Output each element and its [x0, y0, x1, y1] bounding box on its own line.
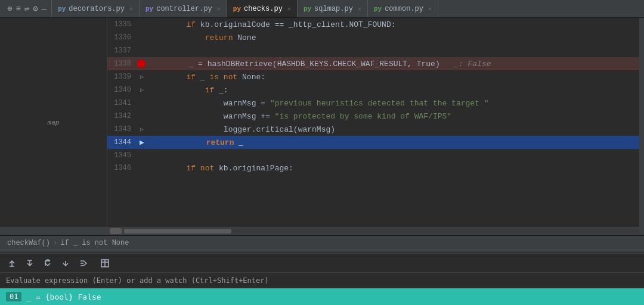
- breadcrumb-path: if _ is not None: [60, 239, 129, 247]
- code-content-1335: if kb.originalCode == _http_client.NOT_F…: [147, 20, 639, 29]
- tab-sqlmap[interactable]: py sqlmap.py ✕: [298, 0, 368, 17]
- code-content-1342: warnMsg += "is protected by some kind of…: [147, 112, 639, 121]
- line-num-1336: 1336: [107, 33, 137, 42]
- result-text: _ = {bool} False: [26, 292, 101, 301]
- minus-icon[interactable]: —: [42, 4, 47, 14]
- list-icon[interactable]: ≡: [16, 4, 20, 14]
- split-icon[interactable]: ⇌: [24, 4, 29, 14]
- code-line-1335: 1335 if kb.originalCode == _http_client.…: [107, 18, 639, 31]
- result-num: 01: [6, 292, 21, 301]
- breakpoint-1338[interactable]: [137, 60, 145, 68]
- line-num-1345: 1345: [107, 151, 137, 160]
- code-line-1344: 1344 ▶ return _: [107, 136, 639, 149]
- code-content-1346: if not kb.originalPage:: [147, 164, 639, 173]
- debug-panel: Evaluate expression (Enter) or add a wat…: [0, 253, 644, 305]
- code-line-1337: 1337: [107, 44, 639, 57]
- code-lines[interactable]: 1335 if kb.originalCode == _http_client.…: [107, 18, 639, 227]
- tab-icon-controller: py: [145, 5, 153, 13]
- code-content-1340: if _:: [147, 86, 639, 95]
- settings-icon[interactable]: ⚙: [33, 4, 38, 14]
- code-content-1336: return None: [147, 33, 639, 42]
- code-container: map 1335 if kb.originalCode == _http_cli…: [0, 18, 644, 227]
- code-line-1342: 1342 warnMsg += "is protected by some ki…: [107, 110, 639, 123]
- fold-1343[interactable]: ▷: [137, 125, 147, 134]
- code-content-1344: return _: [148, 138, 639, 147]
- tab-checks[interactable]: py checks.py ✕: [227, 0, 298, 17]
- debug-toolbar: [0, 254, 644, 273]
- code-content-1339: if _ is not None:: [147, 73, 639, 82]
- debug-evaluate-hint[interactable]: Evaluate expression (Enter) or add a wat…: [0, 273, 644, 288]
- code-line-1346: 1346 if not kb.originalPage:: [107, 162, 639, 174]
- code-line-1339: 1339 ▷ if _ is not None:: [107, 70, 639, 83]
- globe-icon[interactable]: ⊕: [7, 4, 12, 14]
- sidebar-label: map: [48, 119, 60, 126]
- code-line-1343: 1343 ▷ logger.critical(warnMsg): [107, 123, 639, 136]
- debug-result-row[interactable]: 01 _ = {bool} False: [0, 288, 644, 305]
- arrow-1344: ▶: [137, 138, 147, 147]
- tab-label-checks: checks.py: [244, 5, 283, 13]
- tab-close-decorators[interactable]: ✕: [129, 5, 133, 13]
- code-content-1338: _ = hashDBRetrieve(HASHDB_KEYS.CHECK_WAF…: [149, 60, 639, 69]
- tab-icon-common: py: [374, 5, 382, 13]
- tab-label-decorators: decorators.py: [69, 5, 125, 13]
- left-sidebar: map: [0, 18, 107, 227]
- debug-btn-step-into[interactable]: [23, 256, 37, 270]
- fold-1340[interactable]: ▷: [137, 85, 147, 95]
- tab-close-sqlmap[interactable]: ✕: [358, 5, 361, 13]
- app-container: ⊕ ≡ ⇌ ⚙ — py decorators.py ✕ py controll…: [0, 0, 644, 305]
- breadcrumb-func: checkWaf(): [7, 239, 50, 247]
- line-num-1339: 1339: [107, 73, 137, 81]
- tab-close-controller[interactable]: ✕: [217, 5, 221, 13]
- line-num-1338: 1338: [107, 60, 137, 68]
- fold-1339[interactable]: ▷: [137, 72, 147, 82]
- debug-btn-return[interactable]: [58, 256, 73, 270]
- editor-area: map 1335 if kb.originalCode == _http_cli…: [0, 18, 644, 250]
- tab-icon-sqlmap: py: [304, 5, 311, 13]
- code-content-1341: warnMsg = "previous heuristics detected …: [147, 99, 639, 108]
- h-scrollbar-thumb[interactable]: [110, 228, 122, 234]
- tab-controller[interactable]: py controller.py ✕: [140, 0, 227, 17]
- debug-btn-up[interactable]: [5, 256, 19, 270]
- tab-close-common[interactable]: ✕: [428, 5, 432, 13]
- tab-icon-checks: py: [233, 5, 241, 13]
- tab-label-controller: controller.py: [156, 5, 212, 13]
- horizontal-scrollbar[interactable]: [124, 229, 639, 234]
- tab-icon-decorators: py: [58, 5, 66, 13]
- line-num-1335: 1335: [107, 20, 137, 29]
- horizontal-scrollbar-area: [0, 227, 644, 235]
- evaluate-hint-text: Evaluate expression (Enter) or add a wat…: [6, 276, 269, 285]
- tab-label-sqlmap: sqlmap.py: [314, 5, 353, 13]
- breadcrumb-sep: ›: [53, 239, 57, 247]
- code-line-1341: 1341 warnMsg = "previous heuristics dete…: [107, 97, 639, 110]
- breadcrumb-bar: checkWaf() › if _ is not None: [0, 235, 644, 250]
- tab-label-common: common.py: [385, 5, 423, 13]
- vertical-scrollbar[interactable]: [639, 18, 644, 227]
- line-num-1337: 1337: [107, 46, 137, 55]
- tab-bar: ⊕ ≡ ⇌ ⚙ — py decorators.py ✕ py controll…: [0, 0, 644, 18]
- tab-decorators[interactable]: py decorators.py ✕: [52, 0, 140, 17]
- code-line-1345: 1345: [107, 149, 639, 162]
- scrollbar-thumb-inner: [124, 229, 231, 234]
- debug-btn-table[interactable]: [98, 256, 112, 270]
- code-content-1343: logger.critical(warnMsg): [147, 125, 639, 134]
- code-line-1340: 1340 ▷ if _:: [107, 83, 639, 97]
- code-content-1345: [147, 151, 639, 160]
- code-line-1338: 1338 _ = hashDBRetrieve(HASHDB_KEYS.CHEC…: [107, 57, 639, 70]
- debug-btn-eval-frame[interactable]: [76, 256, 91, 270]
- line-num-1341: 1341: [107, 99, 137, 107]
- line-num-1340: 1340: [107, 86, 137, 94]
- debug-btn-step-over[interactable]: [41, 256, 55, 270]
- tab-close-checks[interactable]: ✕: [287, 5, 291, 13]
- line-num-1342: 1342: [107, 112, 137, 120]
- line-num-1346: 1346: [107, 164, 137, 172]
- line-num-1343: 1343: [107, 125, 137, 133]
- main-area: map 1335 if kb.originalCode == _http_cli…: [0, 18, 644, 305]
- tab-common[interactable]: py common.py ✕: [368, 0, 438, 17]
- line-num-1344: 1344: [107, 138, 137, 147]
- code-content-1337: [147, 46, 639, 55]
- toolbar-icons: ⊕ ≡ ⇌ ⚙ —: [2, 0, 52, 17]
- code-line-1336: 1336 return None: [107, 31, 639, 44]
